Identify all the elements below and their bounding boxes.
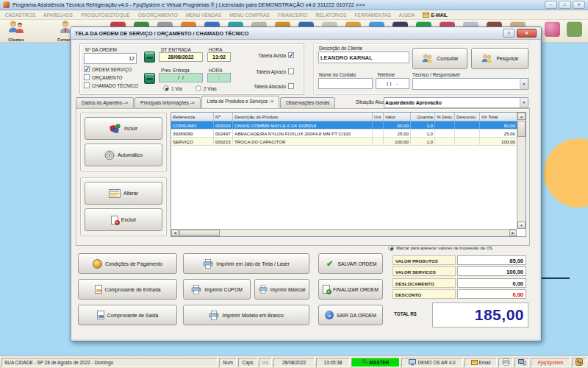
statusbar-network[interactable] xyxy=(514,358,529,367)
checkbox-icon xyxy=(84,66,90,72)
toolbar-icon[interactable] xyxy=(545,21,560,37)
toolbar-clientes[interactable]: Clientes xyxy=(2,21,30,42)
statusbar-user: MASTER xyxy=(351,358,400,367)
technician-select[interactable] xyxy=(412,78,528,90)
dialog-close-button[interactable]: ✕ xyxy=(517,29,537,38)
people-icon xyxy=(421,54,434,64)
scrollbar-thumb[interactable] xyxy=(517,121,526,137)
add-item-icon xyxy=(110,124,121,134)
current-status-label: Situação Atual: xyxy=(356,99,387,105)
email-icon xyxy=(471,360,478,365)
menu-ferramentas[interactable]: FERRAMENTAS xyxy=(354,13,390,18)
menu-compras[interactable]: MENU COMPRAS xyxy=(229,13,270,18)
table-row[interactable]: 39269090 002497 ABRACADEIRA NYLON FOXLUX… xyxy=(171,130,517,138)
chevron-down-icon xyxy=(520,98,528,107)
horizontal-scrollbar[interactable] xyxy=(171,229,517,236)
statusbar: SUA CIDADE - SP 28 de Agosto de 2022 - D… xyxy=(0,355,588,368)
toolbar-icon[interactable] xyxy=(567,21,582,37)
menu-relatorios[interactable]: RELATÓRIOS xyxy=(315,13,346,18)
radio-1-via[interactable]: 1 Via xyxy=(163,85,182,91)
entry-date-calendar-button[interactable] xyxy=(144,52,155,63)
order-number-input[interactable] xyxy=(84,53,137,64)
current-status-select[interactable]: Aguardando Aprovação xyxy=(384,97,528,108)
scroll-right-icon[interactable] xyxy=(509,230,517,236)
phone-label: Telefone xyxy=(377,72,395,77)
table-row[interactable]: SERVIÇO 000215 TROCA DO CAPACITOR 100,00… xyxy=(171,138,517,146)
delete-item-icon xyxy=(111,216,118,224)
minimize-button[interactable]: ─ xyxy=(545,1,557,9)
delete-item-button[interactable]: Excluir xyxy=(85,208,162,231)
show-values-on-print-radio[interactable]: Marcar para aparecer valores na Impressã… xyxy=(388,245,492,251)
scroll-up-icon[interactable] xyxy=(517,113,526,120)
menu-cadastros[interactable]: CADASTROS xyxy=(5,13,35,18)
scrollbar-thumb[interactable] xyxy=(179,230,220,236)
menu-produto-estoque[interactable]: PRODUTO/ESTOQUE xyxy=(81,13,130,18)
contact-name-input[interactable] xyxy=(318,78,373,89)
print-coupon-button[interactable]: Imprimir CUPOM xyxy=(183,279,251,300)
scroll-left-icon[interactable] xyxy=(171,230,179,236)
statusbar-printer[interactable] xyxy=(498,358,513,367)
checkbox-tabela-aprazo[interactable]: Tabela Aprazo xyxy=(235,68,294,74)
services-value-label: VALOR SERVICOS xyxy=(392,266,456,276)
print-inkjet-laser-button[interactable]: Imprimir em Jato de Tinta / Laser xyxy=(183,253,309,274)
checkbox-tabela-atacado[interactable]: Tabela Atacado xyxy=(235,83,294,89)
vertical-scrollbar[interactable] xyxy=(517,113,526,229)
close-button[interactable]: ✕ xyxy=(573,1,585,9)
checkbox-orcamento[interactable]: ORÇAMENTO xyxy=(84,74,122,80)
client-description-label: Descrição do Cliente xyxy=(319,46,362,51)
search-client-button[interactable]: Pesquisar xyxy=(471,48,528,69)
contact-name-label: Nome do Contato xyxy=(319,72,356,77)
exit-receipt-button[interactable]: Comprovante de Saida xyxy=(78,305,177,325)
maximize-button[interactable]: □ xyxy=(559,1,571,9)
menu-financeiro[interactable]: FINANCEIRO xyxy=(278,13,308,18)
print-blank-model-button[interactable]: Imprimir Modelo em Branco xyxy=(183,305,309,325)
delivery-date-input[interactable] xyxy=(159,73,203,82)
receipt-out-icon xyxy=(97,311,104,319)
print-matrix-button[interactable]: Imprimir Matricial xyxy=(254,279,309,300)
tab-lista-produtos-servicos[interactable]: Lista de Produtos e Serviços -> xyxy=(201,96,280,108)
menu-ajuda[interactable]: AJUDA xyxy=(399,13,415,18)
payment-terms-button[interactable]: Condições de Pagamento xyxy=(78,253,177,274)
entry-hour-input[interactable] xyxy=(207,52,231,62)
statusbar-tray-icon[interactable] xyxy=(572,358,587,367)
delivery-hour-input[interactable] xyxy=(207,73,231,82)
app-titlebar: Programa Assistência Técnica Refrigeraçã… xyxy=(0,0,588,10)
menu-email[interactable]: E-MAIL xyxy=(423,13,448,18)
automatic-button[interactable]: Automático xyxy=(85,144,162,166)
checkbox-icon xyxy=(288,83,294,89)
phone-input[interactable] xyxy=(376,78,409,89)
radio-2-vias[interactable]: 2 Vias xyxy=(196,85,217,91)
entry-receipt-button[interactable]: Comprovante de Entrada xyxy=(78,279,177,300)
coin-icon xyxy=(93,259,102,269)
edit-item-button[interactable]: Alterar xyxy=(85,182,162,205)
service-order-dialog: TELA DA ORDEM DE SERVIÇO / ORÇAMENTO / C… xyxy=(70,26,542,342)
tab-dados-aparelho[interactable]: Dados do Aparelho -> xyxy=(76,97,134,108)
checkbox-ordem-servico[interactable]: ORDEM SERVIÇO xyxy=(84,66,132,72)
tab-principais-informacoes[interactable]: Principais Informações -> xyxy=(135,97,201,108)
save-order-button[interactable]: SALVAR ORDEM xyxy=(318,253,383,274)
client-name-input[interactable] xyxy=(318,52,409,63)
delivery-date-calendar-button[interactable] xyxy=(144,73,155,84)
menu-aparelhos[interactable]: APARELHOS xyxy=(43,13,73,18)
checkbox-chamado-tecnico[interactable]: CHAMADO TÉCNICO xyxy=(84,82,138,88)
displacement-value: 0,00 xyxy=(457,278,526,288)
radio-icon xyxy=(163,85,169,91)
exit-order-button[interactable]: SAIR DA ORDEM xyxy=(318,305,383,325)
colored-chip-icon xyxy=(576,358,583,366)
add-item-button[interactable]: Incluir xyxy=(85,117,162,140)
finalize-order-button[interactable]: FINALIZAR ORDEM xyxy=(318,279,383,300)
monitor-icon xyxy=(409,359,416,366)
checkbox-tabela-avista[interactable]: Tabela Avista xyxy=(235,52,294,58)
dialog-help-button[interactable]: ? xyxy=(503,29,514,38)
statusbar-email[interactable]: Email xyxy=(465,358,497,367)
key-icon xyxy=(362,359,368,365)
consult-client-button[interactable]: Consultar xyxy=(412,48,467,69)
entry-date-input[interactable] xyxy=(159,52,203,62)
menu-os-orcamento[interactable]: OS/ORÇAMENTO xyxy=(138,13,178,18)
tab-observacoes-gerais[interactable]: Observações Gerais xyxy=(280,97,335,108)
table-row[interactable]: CONSUMO 003224 CHAVE COMBIN MAYLE A 1/4 … xyxy=(171,121,517,130)
scroll-down-icon[interactable] xyxy=(517,222,526,229)
table-header: Referencia Nº Descrição do Produto Uni V… xyxy=(171,113,517,121)
statusbar-location: SUA CIDADE - SP 28 de Agosto de 2022 - D… xyxy=(1,358,218,367)
menu-vendas[interactable]: MENU VENDAS xyxy=(186,13,221,18)
